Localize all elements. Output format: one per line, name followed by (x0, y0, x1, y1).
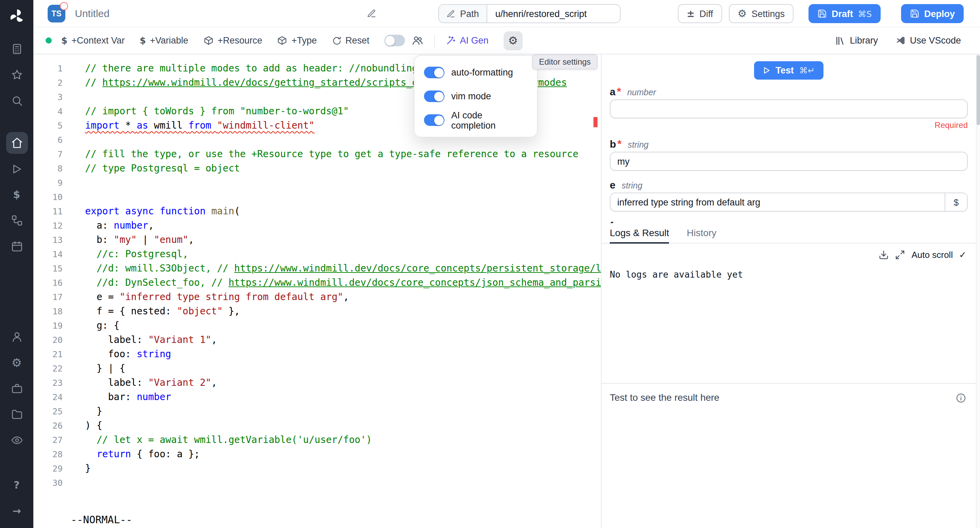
code-line[interactable]: 8// type Postgresql = object (33, 161, 601, 175)
draft-shortcut: ⌘S (858, 8, 872, 19)
code-line[interactable]: 23 label: "Variant 2", (33, 375, 601, 390)
path-value[interactable]: u/henri/restored_script (487, 5, 620, 22)
ai-gen-button[interactable]: AI Gen (446, 35, 488, 46)
sidebar-collapse[interactable]: → (6, 500, 27, 522)
scrollbar[interactable] (976, 54, 980, 528)
variable-picker-button[interactable]: $ (945, 193, 967, 211)
auto-scroll-label[interactable]: Auto scroll (912, 250, 953, 260)
check-icon[interactable]: ✓ (959, 250, 966, 260)
code-line[interactable]: 29} (33, 461, 601, 476)
code-line[interactable]: 7// fill the type, or use the +Resource … (33, 147, 601, 161)
code-line[interactable]: 26) { (33, 418, 601, 433)
e-input[interactable] (610, 192, 968, 212)
code-line[interactable]: 22 } | { (33, 361, 601, 375)
edit-path-button[interactable]: Path (439, 5, 487, 22)
sidebar-item-folders[interactable] (6, 404, 27, 425)
auto-formatting-toggle[interactable] (424, 67, 444, 78)
dollar-icon: $ (140, 35, 146, 46)
add-variable-button[interactable]: $ +Variable (140, 35, 188, 46)
code-line[interactable]: 28 return { foo: a }; (33, 447, 601, 461)
field-label: b*string (610, 138, 968, 150)
error-overview-mark (593, 117, 598, 127)
sidebar-item-search[interactable] (6, 90, 27, 111)
code-line[interactable]: 25 } (33, 404, 601, 418)
settings-button[interactable]: ⚙ Settings (729, 4, 794, 23)
folder-icon (11, 408, 23, 420)
edit-summary-icon[interactable] (367, 9, 376, 18)
sidebar: $ ⚙ (0, 0, 33, 528)
gear-icon: ⚙ (738, 8, 747, 20)
download-logs-icon[interactable] (879, 250, 889, 260)
add-type-button[interactable]: +Type (277, 35, 317, 46)
sidebar-item-settings[interactable]: ⚙ (6, 352, 27, 374)
code-line[interactable]: 11export async function main( (33, 204, 601, 218)
library-button[interactable]: Library (835, 35, 878, 46)
topbar-actions: ± Diff ⚙ Settings Draft ⌘S Deploy (678, 4, 964, 23)
multiplayer-toggle[interactable] (385, 35, 405, 46)
a-input[interactable] (610, 99, 968, 118)
reset-button[interactable]: Reset (332, 35, 369, 46)
people-icon[interactable] (412, 35, 423, 46)
editor-settings-button[interactable]: ⚙ (504, 31, 523, 50)
code-line[interactable]: 20 label: "Variant 1", (33, 333, 601, 347)
code-line-text: //d: DynSelect_foo, // https://www.windm… (85, 275, 601, 290)
windmill-logo[interactable] (8, 8, 25, 25)
right-panel: Test ⌘↵ a*numberRequiredb*stringestring$… (601, 54, 976, 528)
form-field-f: f (610, 220, 968, 223)
code-line[interactable]: 15 //d: wmill.S3Object, // https://www.w… (33, 261, 601, 275)
sidebar-item-variables[interactable]: $ (6, 184, 27, 205)
sidebar-item-schedules[interactable] (6, 235, 27, 257)
draft-button[interactable]: Draft ⌘S (808, 4, 881, 23)
sidebar-item-workers[interactable] (6, 378, 27, 399)
diff-button[interactable]: ± Diff (678, 4, 722, 23)
sidebar-item-resources[interactable] (6, 210, 27, 231)
restore-badge (60, 2, 68, 10)
deploy-button[interactable]: Deploy (901, 4, 964, 23)
line-number: 8 (33, 161, 63, 175)
sidebar-item-home[interactable] (6, 132, 27, 154)
code-line[interactable]: 24 bar: number (33, 390, 601, 404)
line-number: 13 (33, 233, 63, 247)
code-line[interactable]: 16 //d: DynSelect_foo, // https://www.wi… (33, 275, 601, 290)
code-line[interactable]: 21 foo: string (33, 347, 601, 361)
code-line[interactable]: 14 //c: Postgresql, (33, 247, 601, 261)
code-line[interactable]: 17 e = "inferred type string from defaul… (33, 290, 601, 304)
flow-icon (11, 214, 23, 227)
code-line-text: a: number, (85, 218, 154, 233)
use-vscode-button[interactable]: Use VScode (896, 35, 961, 46)
code-line[interactable]: 13 b: "my" | "enum", (33, 233, 601, 247)
save-icon (817, 9, 827, 18)
test-button[interactable]: Test ⌘↵ (754, 61, 824, 79)
sidebar-item-apps[interactable] (6, 38, 27, 60)
tab-logs-result[interactable]: Logs & Result (610, 223, 669, 243)
sidebar-main-group: $ (6, 130, 27, 259)
expand-logs-icon[interactable] (895, 250, 905, 260)
tab-history[interactable]: History (687, 223, 716, 243)
add-context-var-button[interactable]: $ +Context Var (61, 35, 124, 46)
line-number: 17 (33, 290, 63, 304)
sidebar-item-runs[interactable] (6, 158, 27, 180)
AI-code-completion-toggle[interactable] (424, 114, 444, 126)
path-label: Path (460, 8, 479, 19)
sidebar-item-audit-logs[interactable] (6, 429, 27, 451)
code-line[interactable]: 27 // let x = await wmill.getVariable('u… (33, 433, 601, 447)
sidebar-item-help[interactable]: ? (6, 474, 27, 496)
code-line[interactable]: 10 (33, 190, 601, 204)
line-number: 4 (33, 104, 63, 118)
code-line[interactable]: 9 (33, 175, 601, 190)
sidebar-item-users[interactable] (6, 326, 27, 348)
code-line[interactable]: 18 f = { nested: "object" }, (33, 304, 601, 318)
code-line[interactable]: 19 g: { (33, 318, 601, 333)
code-line[interactable]: 30 (33, 476, 601, 490)
vim-mode-toggle[interactable] (424, 91, 444, 102)
code-line-text: f = { nested: "object" }, (85, 304, 240, 318)
scrollbar-thumb[interactable] (977, 55, 980, 125)
calculator-icon (11, 43, 23, 55)
b-input[interactable] (610, 152, 968, 171)
sidebar-item-favorites[interactable] (6, 64, 27, 86)
code-line[interactable]: 12 a: number, (33, 218, 601, 233)
info-icon[interactable] (956, 393, 966, 404)
add-resource-button[interactable]: +Resource (203, 35, 262, 46)
result-placeholder: Test to see the result here (610, 392, 719, 403)
language-badge: TS (48, 5, 65, 22)
